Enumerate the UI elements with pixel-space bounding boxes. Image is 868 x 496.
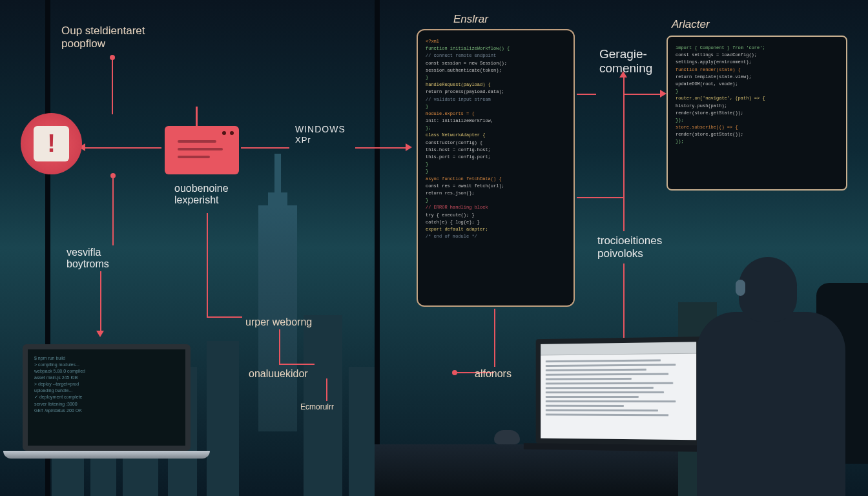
label-center-top: Enslrar xyxy=(453,13,488,26)
label-trocio: trocioeitionespoivoloks xyxy=(597,234,662,260)
label-router: ouobenoinelexperisht xyxy=(174,183,229,206)
arrow-icon xyxy=(406,143,412,151)
code-panel-center: <?xmlfunction initializeWorkflow() { // … xyxy=(417,29,575,307)
connector-node xyxy=(110,173,116,178)
arrow-icon xyxy=(660,90,666,98)
connector xyxy=(355,147,407,149)
code-panel-right: import { Component } from 'core';const s… xyxy=(666,36,847,191)
connector xyxy=(623,94,662,95)
connector xyxy=(100,271,101,333)
connector xyxy=(577,197,623,198)
mouse-device-icon xyxy=(494,430,520,444)
connector xyxy=(112,59,113,114)
label-top-left: Oup steldientaretpoopflow xyxy=(61,25,145,50)
connector xyxy=(326,378,327,401)
alert-symbol: ! xyxy=(34,126,69,161)
connector xyxy=(112,174,114,245)
connector xyxy=(241,147,289,149)
connector xyxy=(207,316,242,318)
person-silhouette xyxy=(661,238,855,496)
label-alfonors: alfonors xyxy=(475,368,512,380)
label-ecmor: Ecmorulrr xyxy=(300,402,334,411)
label-onaluu: onaluuekidor xyxy=(249,368,308,380)
label-geragie: Geragie-comening xyxy=(599,47,652,76)
connector xyxy=(84,147,161,149)
building xyxy=(349,367,375,496)
label-vesvifla: vesviflaboytroms xyxy=(67,247,109,270)
router-device-icon xyxy=(165,126,239,174)
window-frame xyxy=(375,0,380,496)
connector xyxy=(494,309,495,367)
label-right-top: Arlacter xyxy=(672,18,710,31)
laptop-left: $ npm run build> compiling modules...web… xyxy=(23,344,216,473)
label-urper: urper weborng xyxy=(245,316,312,328)
connector xyxy=(623,96,625,231)
connector xyxy=(577,94,596,95)
alert-icon: ! xyxy=(21,113,82,174)
connector xyxy=(279,329,280,365)
connector xyxy=(623,76,625,96)
connector xyxy=(279,364,315,365)
connector-node xyxy=(452,370,457,375)
connector xyxy=(207,213,208,316)
label-windows: WINDOWSXPr xyxy=(295,124,346,145)
arrow-icon xyxy=(96,331,104,337)
laptop-left-screen: $ npm run build> compiling modules...web… xyxy=(23,344,191,451)
